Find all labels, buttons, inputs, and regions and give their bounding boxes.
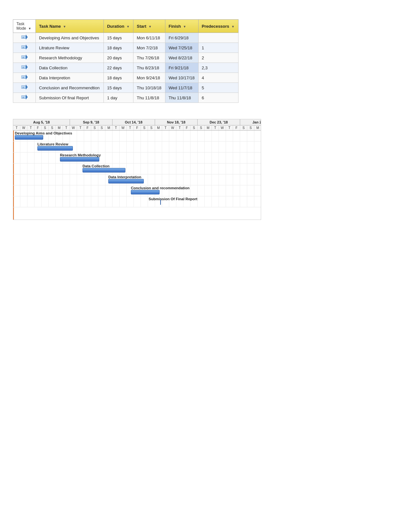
task-name: Submission Of final Report [36,93,104,103]
task-mode-icon: ⇒ [13,33,36,43]
gantt-row-bg [13,163,261,174]
gantt-task-row: Submission Of Final Report [13,196,261,207]
svg-marker-16 [26,84,28,90]
svg-text:⇒: ⇒ [22,56,24,59]
gantt-day-label: M [205,125,212,130]
task-name: Conclusion and Recommendtion [36,83,104,93]
gantt-day-label: M [155,125,162,130]
gantt-task-row: Conclusion and recommendation [13,185,261,196]
svg-marker-4 [26,44,28,50]
gantt-period-label: Sep 9, '18 [70,119,113,125]
task-finish: Wed 10/17/18 [165,73,198,83]
task-finish: Wed 11/7/18 [165,83,198,93]
gantt-task-bar [15,135,43,140]
gantt-task-bar [131,190,160,194]
svg-marker-7 [26,54,28,60]
task-name: Litrature Review [36,43,104,53]
gantt-day-label: F [134,125,141,130]
task-start: Thu 8/23/18 [133,63,165,73]
task-start: Mon 6/11/18 [133,33,165,43]
gantt-period-label: Dec 23, '18 [198,119,240,125]
task-duration: 20 days [104,53,133,63]
task-predecessors: 1 [198,43,238,53]
gantt-period-label: Aug 5, '18 [13,119,70,125]
gantt-day-label: W [120,125,127,130]
task-predecessors: 4 [198,73,238,83]
svg-marker-10 [26,64,28,70]
task-mode-icon: ⇒ [13,73,36,83]
gantt-day-label: S [247,125,254,130]
gantt-day-label: T [226,125,233,130]
gantt-day-label: S [49,125,56,130]
task-mode-icon: ⇒ [13,53,36,63]
task-predecessors [198,33,238,43]
gantt-task-label: Submission Of Final Report [149,197,197,201]
task-predecessors: 2,3 [198,63,238,73]
gantt-task-label: Conclusion and recommendation [131,186,190,190]
task-finish: Fri 6/29/18 [165,33,198,43]
svg-text:⇒: ⇒ [22,46,24,49]
col-header-predecessors[interactable]: Predecessors ▼ [198,20,238,33]
col-header-taskname[interactable]: Task Name ▼ [36,20,104,33]
svg-marker-19 [26,94,28,100]
task-mode-icon: ⇒ [13,83,36,93]
task-finish: Fri 9/21/18 [165,63,198,73]
table-row: ⇒Litrature Review18 daysMon 7/2/18Wed 7/… [13,43,239,53]
gantt-task-bar [37,146,73,151]
task-duration: 15 days [104,83,133,93]
gantt-day-label: W [169,125,176,130]
gantt-row-bg [13,153,261,163]
gantt-day-label: S [141,125,148,130]
gantt-day-label: F [84,125,91,130]
task-table: TaskMode ▼ Task Name ▼ Duration ▼ Start … [13,19,239,103]
table-row: ⇒Conclusion and Recommendtion15 daysThu … [13,83,239,93]
gantt-task-row: Data Interpretation [13,174,261,185]
gantt-task-bar [108,179,144,183]
task-predecessors: 6 [198,93,238,103]
gantt-body: Developing Aims and ObjectivesLiterature… [13,131,261,220]
gantt-task-label: Data Interpretation [108,175,141,179]
task-start: Thu 11/8/18 [133,93,165,103]
svg-text:⇒: ⇒ [22,86,24,89]
gantt-task-row: Developing Aims and Objectives [13,131,261,142]
gantt-task-row: Data Collection [13,163,261,174]
col-header-taskmode[interactable]: TaskMode ▼ [13,20,36,33]
task-predecessors: 2 [198,53,238,63]
gantt-day-label: F [34,125,42,130]
task-duration: 15 days [104,33,133,43]
task-start: Thu 7/26/18 [133,53,165,63]
gantt-task-row: Literature Review [13,142,261,153]
task-start: Mon 9/24/18 [133,73,165,83]
col-header-finish[interactable]: Finish ▼ [165,20,198,33]
gantt-row-bg [13,196,261,207]
gantt-day-label: T [113,125,120,130]
task-name: Data Collection [36,63,104,73]
gantt-day-label: S [42,125,49,130]
gantt-period-label: Jan 27, '19 [240,119,261,125]
col-header-start[interactable]: Start ▼ [133,20,165,33]
table-row: ⇒Submission Of final Report1 dayThu 11/8… [13,93,239,103]
gantt-day-label: S [198,125,205,130]
gantt-day-label: S [148,125,155,130]
gantt-day-label: M [254,125,261,130]
col-header-duration[interactable]: Duration ▼ [104,20,133,33]
gantt-chart: Aug 5, '18Sep 9, '18Oct 14, '18Nov 18, '… [13,119,261,220]
gantt-day-label: T [13,125,20,130]
gantt-day-label: T [162,125,169,130]
svg-marker-13 [26,74,28,80]
task-name: Data Interpretion [36,73,104,83]
gantt-section: Aug 5, '18Sep 9, '18Oct 14, '18Nov 18, '… [13,119,398,220]
task-duration: 22 days [104,63,133,73]
svg-text:⇒: ⇒ [22,36,24,39]
gantt-day-label: F [233,125,240,130]
gantt-day-label: F [183,125,191,130]
gantt-task-label: Research Methodology [60,153,101,157]
gantt-task-label: Data Collection [83,164,110,168]
gantt-day-label: W [70,125,77,130]
svg-text:⇒: ⇒ [22,76,24,79]
gantt-header-periods: Aug 5, '18Sep 9, '18Oct 14, '18Nov 18, '… [13,119,261,125]
task-name: Research Methodology [36,53,104,63]
gantt-milestone-bar [160,200,161,205]
gantt-period-label: Oct 14, '18 [113,119,155,125]
table-row: ⇒Research Methodology20 daysThu 7/26/18W… [13,53,239,63]
